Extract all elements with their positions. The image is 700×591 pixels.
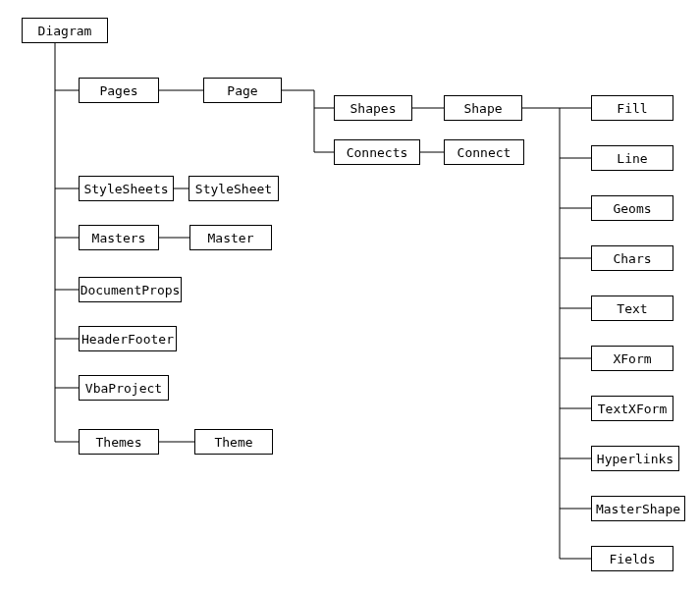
node-label: StyleSheet	[195, 182, 272, 196]
node-theme: Theme	[194, 429, 273, 455]
node-stylesheets: StyleSheets	[79, 176, 174, 201]
node-label: Geoms	[613, 201, 651, 216]
node-label: Line	[617, 151, 647, 166]
node-label: Diagram	[38, 24, 92, 38]
node-connect: Connect	[444, 139, 524, 165]
node-geoms: Geoms	[591, 195, 673, 221]
node-label: StyleSheets	[83, 182, 168, 196]
node-label: Fields	[610, 552, 656, 566]
node-chars: Chars	[591, 245, 673, 271]
node-themes: Themes	[79, 429, 159, 455]
node-label: Shape	[463, 101, 502, 116]
node-label: VbaProject	[85, 381, 162, 396]
node-documentprops: DocumentProps	[79, 277, 182, 302]
node-connects: Connects	[334, 139, 420, 165]
node-label: TextXForm	[598, 402, 667, 416]
node-label: DocumentProps	[81, 283, 181, 297]
node-fields: Fields	[591, 546, 673, 571]
node-pages: Pages	[79, 78, 159, 103]
node-label: Page	[227, 83, 257, 98]
node-xform: XForm	[591, 346, 673, 371]
node-label: Pages	[99, 83, 137, 98]
node-label: Connect	[458, 145, 512, 160]
node-vbaproject: VbaProject	[79, 375, 169, 401]
node-masters: Masters	[79, 225, 159, 250]
node-label: Hyperlinks	[597, 452, 673, 466]
node-mastershape: MasterShape	[591, 496, 685, 521]
node-label: Connects	[347, 145, 408, 160]
node-textxform: TextXForm	[591, 396, 673, 421]
node-label: Masters	[92, 231, 146, 245]
node-label: XForm	[613, 351, 651, 366]
node-page: Page	[203, 78, 282, 103]
node-headerfooter: HeaderFooter	[79, 326, 177, 351]
node-diagram: Diagram	[22, 18, 108, 43]
node-hyperlinks: Hyperlinks	[591, 446, 679, 471]
node-label: Text	[617, 301, 647, 316]
node-label: Fill	[617, 101, 647, 116]
node-label: HeaderFooter	[81, 332, 174, 347]
node-text: Text	[591, 296, 673, 321]
node-fill: Fill	[591, 95, 673, 121]
node-label: Theme	[214, 435, 252, 450]
node-stylesheet: StyleSheet	[188, 176, 279, 201]
node-master: Master	[189, 225, 272, 250]
node-label: Shapes	[350, 101, 397, 116]
node-shapes: Shapes	[334, 95, 412, 121]
node-label: Master	[208, 231, 254, 245]
node-shape: Shape	[444, 95, 522, 121]
node-label: MasterShape	[596, 502, 680, 516]
node-label: Chars	[613, 251, 651, 266]
node-line: Line	[591, 145, 673, 171]
node-label: Themes	[96, 435, 142, 450]
